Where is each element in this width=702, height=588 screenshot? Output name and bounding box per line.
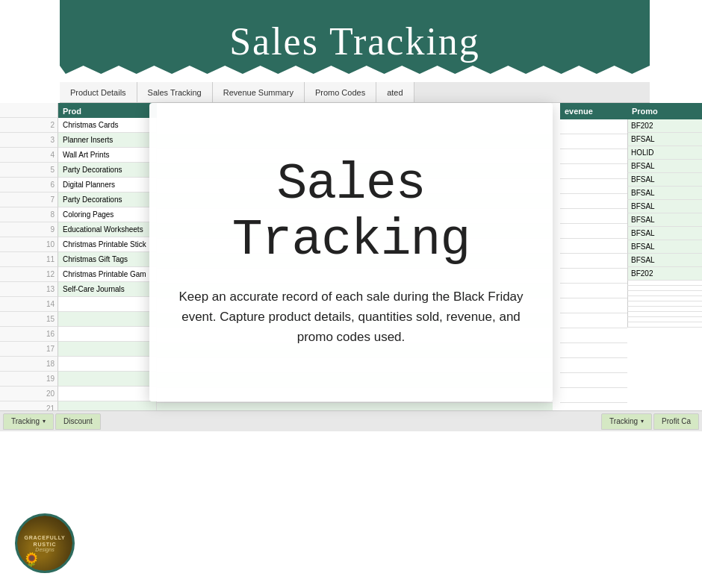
promo-cell: BFSAL [627, 240, 702, 254]
row-number: 6 [0, 178, 58, 193]
revenue-cell [560, 343, 627, 358]
modal-description: Keep an accurate record of each sale dur… [172, 287, 530, 348]
revenue-cell [560, 373, 627, 388]
tab-product-details[interactable]: Product Details [60, 82, 137, 102]
tab-revenue-summary[interactable]: Revenue Summary [213, 82, 305, 102]
product-rows: 2Christmas Cards3Planner Inserts4Wall Ar… [0, 118, 157, 424]
logo-line3: Designs [24, 547, 65, 552]
row-number: 8 [0, 207, 58, 222]
row-number: 19 [0, 372, 58, 387]
table-row: 9Educational Worksheets [0, 222, 157, 237]
bottom-tab-discount[interactable]: Discount [55, 413, 101, 430]
row-number: 5 [0, 163, 58, 178]
promo-cell [627, 281, 702, 286]
revenue-cell [560, 134, 627, 149]
modal-title: SalesTracking [232, 157, 470, 269]
promo-cell: BFSAL [627, 213, 702, 227]
product-cell: Coloring Pages [58, 207, 157, 222]
promo-cell: BF202 [627, 119, 702, 133]
product-cell: Digital Planners [58, 178, 157, 193]
table-row: 18 [0, 357, 157, 372]
table-row: 8Coloring Pages [0, 207, 157, 222]
product-cell: Christmas Printable Gam [58, 267, 157, 282]
table-row: 5Party Decorations [0, 163, 157, 178]
tab-extra[interactable]: ated [376, 82, 414, 102]
table-row: 4Wall Art Prints [0, 148, 157, 163]
product-cell: Party Decorations [58, 193, 157, 207]
promo-cell [627, 307, 702, 312]
row-number: 10 [0, 237, 58, 252]
product-cell [58, 372, 157, 387]
row-number: 2 [0, 118, 58, 133]
row-number: 11 [0, 252, 58, 267]
revenue-section: evenue [560, 103, 627, 424]
product-section: Prod 2Christmas Cards3Planner Inserts4Wa… [0, 103, 157, 424]
promo-cell: BFSAL [627, 187, 702, 200]
bottom-tab-tracking-right[interactable]: Tracking ▾ [601, 413, 652, 430]
table-row: 7Party Decorations [0, 193, 157, 207]
revenue-cell [560, 358, 627, 373]
revenue-cell [560, 298, 627, 313]
revenue-cell [560, 119, 627, 134]
table-row: 19 [0, 372, 157, 387]
bottom-tab-profit[interactable]: Profit Ca [653, 413, 699, 430]
revenue-col-header: evenue [560, 103, 627, 119]
table-row: 13Self-Care Journals [0, 282, 157, 297]
tab-sales-tracking[interactable]: Sales Tracking [137, 82, 213, 102]
product-cell: Educational Worksheets [58, 222, 157, 237]
revenue-rows [560, 119, 627, 424]
product-cell: Self-Care Journals [58, 282, 157, 297]
bottom-tab-tracking-left[interactable]: Tracking ▾ [3, 413, 54, 430]
tracking-right-arrow-icon: ▾ [641, 418, 644, 425]
row-number: 7 [0, 193, 58, 207]
revenue-cell [560, 313, 627, 328]
promo-cell: BF202 [627, 267, 702, 281]
logo-inner: GRACEFULLY RUSTIC Designs 🌻 [17, 516, 72, 571]
product-cell: Wall Art Prints [58, 148, 157, 163]
product-cell [58, 387, 157, 401]
logo-line1: GRACEFULLY [24, 534, 65, 542]
product-cell: Planner Inserts [58, 133, 157, 148]
revenue-cell [560, 164, 627, 179]
table-row: 14 [0, 297, 157, 312]
revenue-cell [560, 179, 627, 194]
promo-cell: BFSAL [627, 133, 702, 146]
row-number: 12 [0, 267, 58, 282]
row-number: 4 [0, 148, 58, 163]
product-cell: Party Decorations [58, 163, 157, 178]
promo-cell [627, 317, 702, 322]
promo-cell: BFSAL [627, 227, 702, 240]
table-row: 15 [0, 312, 157, 327]
table-row: 11Christmas Gift Tags [0, 252, 157, 267]
revenue-cell [560, 239, 627, 254]
tab-promo-codes[interactable]: Promo Codes [305, 82, 376, 102]
promo-section: Promo BF202BFSALHOLIDBFSALBFSALBFSALBFSA… [627, 103, 702, 328]
product-cell [58, 297, 157, 312]
promo-cell [627, 301, 702, 307]
revenue-cell [560, 328, 627, 343]
promo-cell: HOLID [627, 146, 702, 160]
brand-logo: GRACEFULLY RUSTIC Designs 🌻 [15, 513, 75, 573]
row-number: 9 [0, 222, 58, 237]
product-col-header: Prod [58, 103, 157, 119]
row-number: 13 [0, 282, 58, 297]
promo-cell [627, 322, 702, 328]
table-row: 3Planner Inserts [0, 133, 157, 148]
product-cell [58, 327, 157, 342]
product-cell: Christmas Printable Stick [58, 237, 157, 252]
table-row: 16 [0, 327, 157, 342]
tracking-left-arrow-icon: ▾ [43, 418, 46, 425]
promo-cell [627, 296, 702, 301]
tracking-right-label: Tracking [609, 417, 638, 425]
row-number: 3 [0, 133, 58, 148]
row-num-header [0, 103, 58, 118]
profit-label: Profit Ca [662, 417, 691, 425]
product-cell: Christmas Cards [58, 118, 157, 133]
row-number: 14 [0, 297, 58, 312]
product-cell [58, 357, 157, 372]
promo-cell [627, 291, 702, 296]
row-number: 20 [0, 387, 58, 401]
top-tab-bar: Product Details Sales Tracking Revenue S… [60, 82, 650, 103]
revenue-cell [560, 388, 627, 403]
promo-cell: BFSAL [627, 173, 702, 187]
